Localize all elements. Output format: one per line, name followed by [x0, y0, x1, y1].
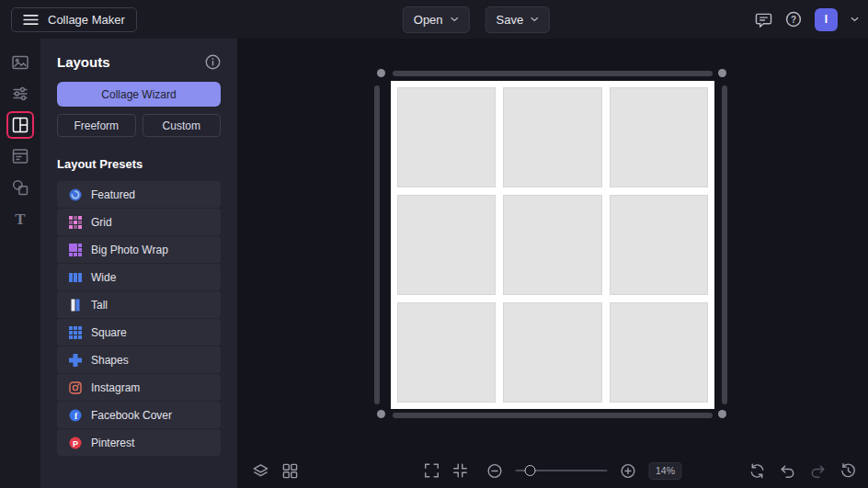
layouts-icon	[11, 116, 29, 134]
facebook-icon: f	[69, 409, 82, 422]
info-icon[interactable]	[205, 54, 221, 70]
preset-item-square[interactable]: Square	[57, 319, 221, 346]
preset-item-pinterest[interactable]: P Pinterest	[57, 429, 221, 456]
app-title: Collage Maker	[48, 13, 125, 27]
preset-item-instagram[interactable]: Instagram	[57, 374, 221, 401]
zoom-out-icon[interactable]	[486, 462, 504, 480]
app-menu-button[interactable]: Collage Maker	[11, 7, 137, 32]
canvas-corner-handle-bottom-right[interactable]	[718, 410, 726, 418]
preset-label: Big Photo Wrap	[91, 244, 168, 256]
collage-wizard-button[interactable]: Collage Wizard	[57, 82, 221, 107]
canvas-corner-handle-top-right[interactable]	[718, 69, 726, 77]
preset-item-featured[interactable]: Featured	[57, 181, 221, 208]
preset-label: Instagram	[91, 381, 140, 394]
layer-manager-icon[interactable]	[252, 462, 269, 480]
preset-label: Facebook Cover	[91, 409, 172, 422]
preset-item-tall[interactable]: Tall	[57, 291, 221, 318]
canvas-resize-handle-left[interactable]	[374, 85, 380, 404]
bottom-toolbar-center: 14%	[424, 453, 682, 488]
bottom-toolbar-left	[252, 453, 299, 488]
hamburger-menu-icon[interactable]	[23, 14, 39, 26]
collage-cell[interactable]	[397, 87, 496, 187]
bottom-toolbar-right	[748, 453, 857, 488]
topbar-right: ? I	[755, 8, 859, 31]
collage-cell[interactable]	[610, 302, 708, 403]
collage-cell[interactable]	[610, 195, 708, 295]
collage-cell[interactable]	[503, 87, 601, 187]
collage-cell[interactable]	[503, 195, 601, 295]
custom-button[interactable]: Custom	[143, 114, 222, 137]
templates-icon	[11, 147, 29, 165]
canvas-resize-handle-right[interactable]	[722, 85, 727, 404]
collage-canvas[interactable]	[391, 81, 714, 409]
history-icon[interactable]	[839, 462, 857, 480]
freeform-button[interactable]: Freeform	[57, 114, 136, 137]
preset-label: Pinterest	[91, 437, 134, 449]
pages-grid-icon[interactable]	[281, 462, 299, 480]
redo-icon[interactable]	[809, 462, 827, 480]
rail-item-photos[interactable]	[8, 51, 32, 74]
preset-label: Featured	[91, 188, 135, 201]
tall-icon	[69, 299, 82, 312]
canvas-corner-handle-top-left[interactable]	[377, 69, 385, 77]
preset-label: Tall	[91, 299, 108, 312]
canvas-resize-handle-top[interactable]	[393, 71, 713, 76]
square-icon	[69, 326, 82, 339]
zoom-slider-knob[interactable]	[525, 465, 536, 476]
chevron-down-icon	[451, 17, 459, 22]
rail-item-templates[interactable]	[8, 144, 32, 168]
svg-text:P: P	[73, 438, 78, 448]
layouts-panel: Layouts Collage Wizard Freeform Custom L…	[40, 39, 237, 488]
rail-item-edit[interactable]	[8, 82, 32, 106]
collage-cell[interactable]	[503, 302, 601, 403]
account-chevron-icon[interactable]	[851, 17, 859, 22]
layout-preset-list: Featured Grid	[57, 181, 221, 456]
layout-mode-buttons: Freeform Custom	[57, 114, 221, 137]
zoom-in-icon[interactable]	[620, 462, 637, 480]
open-button[interactable]: Open	[403, 6, 470, 33]
collage-cell[interactable]	[610, 87, 708, 187]
featured-icon	[69, 188, 82, 201]
fit-to-screen-icon[interactable]	[452, 462, 469, 479]
rail-item-text[interactable]: T	[8, 207, 32, 231]
preset-item-facebook-cover[interactable]: f Facebook Cover	[57, 402, 221, 428]
topbar-center: Open Save	[403, 6, 550, 33]
chevron-down-icon	[531, 17, 539, 22]
zoom-slider[interactable]	[516, 464, 608, 477]
collage-grid	[397, 87, 708, 403]
panel-title: Layouts	[57, 54, 110, 70]
svg-text:T: T	[15, 210, 26, 228]
fullscreen-icon[interactable]	[424, 462, 440, 479]
preset-label: Grid	[91, 216, 112, 229]
save-button[interactable]: Save	[485, 6, 551, 33]
rail-item-graphics[interactable]	[8, 176, 32, 199]
canvas-corner-handle-bottom-left[interactable]	[377, 410, 385, 418]
graphics-icon	[11, 178, 29, 197]
canvas-resize-handle-bottom[interactable]	[393, 413, 713, 418]
collage-cell[interactable]	[397, 195, 496, 295]
layout-presets-title: Layout Presets	[57, 157, 221, 171]
preset-item-shapes[interactable]: Shapes	[57, 346, 221, 373]
grid-icon	[69, 216, 82, 229]
undo-icon[interactable]	[779, 462, 796, 480]
topbar: Collage Maker Open Save	[0, 0, 868, 39]
collage-maker-app: Collage Maker Open Save	[0, 0, 868, 488]
feedback-chat-icon[interactable]	[755, 12, 772, 28]
big-photo-wrap-icon	[69, 244, 82, 256]
bottom-toolbar: 14%	[237, 453, 868, 488]
preset-label: Shapes	[91, 354, 129, 367]
collage-cell[interactable]	[397, 302, 496, 403]
zoom-level-value[interactable]: 14%	[649, 462, 682, 480]
preset-item-big-photo-wrap[interactable]: Big Photo Wrap	[57, 236, 221, 263]
preset-label: Square	[91, 326, 127, 339]
preset-label: Wide	[91, 271, 116, 284]
rail-item-layouts[interactable]	[8, 113, 32, 137]
user-avatar[interactable]: I	[815, 8, 838, 31]
preset-item-wide[interactable]: Wide	[57, 264, 221, 290]
refresh-canvas-icon[interactable]	[748, 462, 766, 480]
help-icon[interactable]: ?	[785, 11, 802, 28]
preset-item-grid[interactable]: Grid	[57, 209, 221, 235]
tool-rail: T	[0, 39, 40, 488]
svg-text:?: ?	[791, 15, 796, 25]
pinterest-icon: P	[69, 437, 82, 449]
